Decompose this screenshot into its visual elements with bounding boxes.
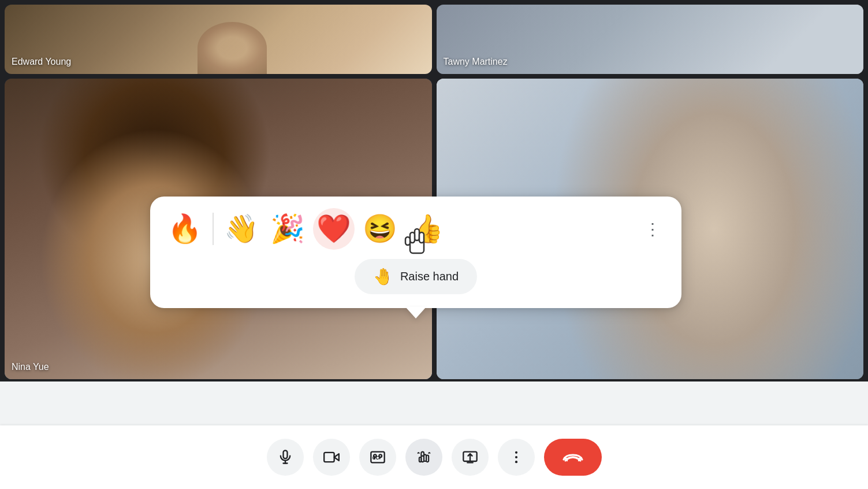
participant-name-edward: Edward Young [12, 57, 71, 67]
reaction-popup: 🔥 👋 🎉 ❤️ 😆 👍 ⋮ 🤚 Raise hand [150, 197, 681, 308]
more-icon: ⋮ [645, 220, 661, 239]
cc-icon: CC [370, 449, 386, 465]
raise-hand-label: Raise hand [400, 270, 459, 283]
camera-icon [323, 449, 340, 465]
svg-rect-14 [426, 455, 429, 462]
svg-rect-8 [324, 453, 334, 462]
emoji-btn-laugh[interactable]: 😆 [359, 208, 401, 250]
emoji-btn-wave[interactable]: 👋 [221, 208, 262, 250]
reactions-button[interactable] [405, 439, 442, 476]
svg-point-16 [515, 451, 517, 454]
emoji-btn-thumbsup[interactable]: 👍 [405, 208, 447, 250]
video-grid: Edward Young Tawny Martinez ❤️ You Nina … [0, 0, 868, 381]
svg-point-18 [515, 461, 517, 463]
video-tile-edward: Edward Young [5, 5, 432, 74]
emoji-btn-fire[interactable]: 🔥 [164, 208, 206, 250]
end-call-icon [562, 451, 583, 463]
emoji-more-button[interactable]: ⋮ [638, 214, 668, 244]
video-tile-tawny: Tawny Martinez [437, 5, 864, 74]
more-options-icon [508, 449, 524, 465]
mic-icon [277, 449, 293, 465]
present-button[interactable] [452, 439, 489, 476]
emoji-divider [213, 213, 214, 245]
participant-name-tawny: Tawny Martinez [444, 57, 508, 67]
more-options-button[interactable] [498, 439, 535, 476]
svg-rect-13 [419, 457, 421, 462]
emoji-row: 🔥 👋 🎉 ❤️ 😆 👍 ⋮ [164, 208, 668, 250]
cc-button[interactable]: CC [359, 439, 396, 476]
svg-text:CC: CC [372, 455, 379, 461]
raise-hand-icon: 🤚 [373, 267, 393, 286]
end-call-button[interactable] [544, 439, 602, 476]
mic-button[interactable] [267, 439, 304, 476]
reactions-icon [416, 449, 432, 465]
emoji-btn-heart[interactable]: ❤️ [313, 208, 355, 250]
camera-button[interactable] [313, 439, 350, 476]
raise-hand-button[interactable]: 🤚 Raise hand [355, 259, 477, 294]
emoji-btn-party[interactable]: 🎉 [267, 208, 308, 250]
toolbar: CC [0, 425, 868, 489]
participant-name-nina: Nina Yue [12, 362, 49, 372]
svg-point-17 [515, 456, 517, 458]
svg-rect-5 [283, 450, 287, 458]
present-icon [462, 449, 478, 465]
